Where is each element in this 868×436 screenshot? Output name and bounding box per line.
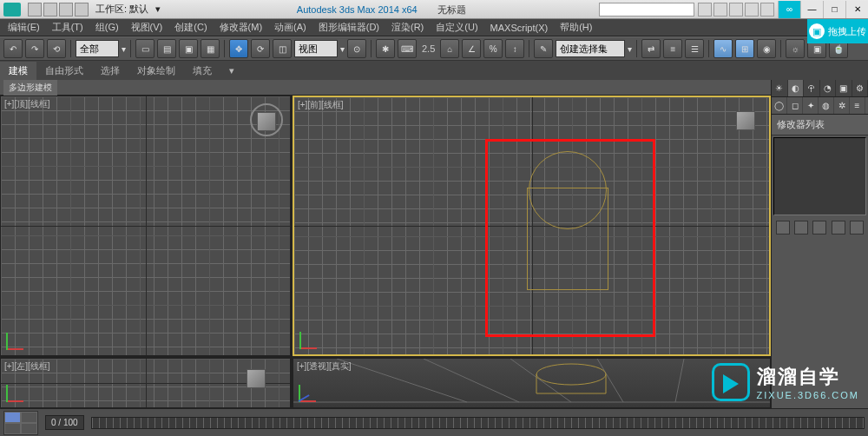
select-region-button[interactable]: ▣	[179, 39, 198, 58]
viewport-front-label[interactable]: [+][前][线框]	[298, 99, 344, 111]
qat-save-icon[interactable]	[28, 3, 42, 17]
subcat-6-icon[interactable]: ≡	[850, 97, 865, 114]
modify-tab-icon[interactable]: ◐	[788, 80, 805, 96]
tab-modeling[interactable]: 建模	[0, 62, 36, 80]
configure-sets-button[interactable]	[850, 221, 864, 235]
extra-cyan-button[interactable]: ∞	[778, 1, 800, 18]
select-object-button[interactable]: ▭	[135, 39, 155, 58]
frame-indicator[interactable]: 0 / 100	[45, 415, 84, 430]
window-crossing-button[interactable]: ▦	[201, 39, 220, 58]
exchange-icon[interactable]	[729, 3, 743, 17]
viewport-front[interactable]: [+][前][线框]	[293, 96, 771, 356]
move-button[interactable]: ✥	[229, 39, 248, 58]
viewcube-top[interactable]	[250, 103, 283, 136]
tab-freeform[interactable]: 自由形式	[36, 62, 92, 80]
undo-button[interactable]: ↶	[3, 39, 23, 58]
show-end-result-button[interactable]	[794, 221, 808, 235]
viewport-top[interactable]: [+][顶][线框]	[0, 96, 291, 356]
qat-link-icon[interactable]	[75, 3, 89, 17]
align-button[interactable]: ≡	[663, 39, 682, 58]
menu-help[interactable]: 帮助(H)	[554, 21, 598, 34]
help-search-input[interactable]	[599, 3, 694, 17]
ribbon-panel-label[interactable]: 多边形建模	[3, 80, 57, 96]
upload-badge[interactable]: ▣ 拖拽上传	[807, 19, 868, 43]
create-tab-icon[interactable]: ☀	[772, 80, 788, 96]
spinner-snap-button[interactable]: ↕	[505, 39, 524, 58]
rotate-button[interactable]: ⟳	[251, 39, 270, 58]
percent-snap-button[interactable]: %	[483, 39, 503, 58]
schematic-view-button[interactable]: ⊞	[735, 39, 754, 58]
signin-icon[interactable]	[713, 3, 727, 17]
help-icon[interactable]	[760, 3, 774, 17]
infocenter-icon[interactable]	[698, 3, 712, 17]
viewport-persp-label[interactable]: [+][透视][真实]	[297, 360, 352, 373]
make-unique-button[interactable]	[812, 221, 826, 235]
render-setup-button[interactable]: ☼	[786, 39, 805, 58]
pin-stack-button[interactable]	[776, 221, 790, 235]
material-editor-button[interactable]: ◉	[757, 39, 776, 58]
viewcube-left[interactable]	[240, 362, 273, 395]
viewport-layout-button[interactable]	[3, 411, 38, 435]
use-center-button[interactable]: ⊙	[347, 39, 366, 58]
workspace-dropdown-icon[interactable]: ▾	[152, 3, 164, 15]
ref-coord-dropdown[interactable]: 视图	[294, 40, 338, 57]
menu-views[interactable]: 视图(V)	[125, 21, 169, 34]
modifier-stack[interactable]	[773, 137, 866, 215]
menu-grapheditors[interactable]: 图形编辑器(D)	[312, 21, 385, 34]
menu-group[interactable]: 组(G)	[89, 21, 125, 34]
maximize-button[interactable]: □	[823, 1, 845, 18]
menu-customize[interactable]: 自定义(U)	[430, 21, 483, 34]
menu-animation[interactable]: 动画(A)	[268, 21, 312, 34]
mirror-button[interactable]: ⇄	[641, 39, 661, 58]
manipulate-button[interactable]: ✱	[376, 39, 395, 58]
remove-modifier-button[interactable]	[832, 221, 845, 235]
tab-selection[interactable]: 选择	[92, 62, 128, 80]
select-by-name-button[interactable]: ▤	[157, 39, 176, 58]
menu-maxscript[interactable]: MAXScript(X)	[484, 23, 555, 33]
viewport-top-label[interactable]: [+][顶][线框]	[4, 98, 50, 110]
tab-objectpaint[interactable]: 对象绘制	[128, 62, 184, 80]
display-tab-icon[interactable]: ▣	[836, 80, 852, 96]
subcat-5-icon[interactable]: ✲	[834, 97, 850, 114]
scale-button[interactable]: ◫	[273, 39, 292, 58]
time-slider[interactable]	[91, 417, 865, 429]
viewport-left-label[interactable]: [+][左][线框]	[4, 360, 50, 373]
svg-line-3	[510, 359, 571, 402]
menu-tools[interactable]: 工具(T)	[46, 21, 89, 34]
tab-populate[interactable]: 填充	[184, 62, 220, 80]
hierarchy-tab-icon[interactable]: ⯣	[804, 80, 820, 96]
menu-modifiers[interactable]: 修改器(M)	[214, 21, 269, 34]
qat-undo-icon[interactable]	[43, 3, 57, 17]
close-button[interactable]: ✕	[845, 1, 868, 18]
keyboard-shortcut-button[interactable]: ⌨	[398, 39, 417, 58]
subcat-3-icon[interactable]: ✦	[803, 97, 819, 114]
main-toolbar: ↶ ↷ ⟲ 全部 ▾ ▭ ▤ ▣ ▦ ✥ ⟳ ◫ 视图 ▾ ⊙ ✱ ⌨ 2.5 …	[0, 36, 868, 61]
named-selection-dropdown[interactable]: 创建选择集	[556, 40, 625, 57]
layers-button[interactable]: ☰	[685, 39, 704, 58]
modifier-list-label[interactable]: 修改器列表	[772, 115, 868, 135]
minimize-button[interactable]: —	[800, 1, 823, 18]
menu-edit[interactable]: 编辑(E)	[2, 21, 46, 34]
redo-button[interactable]: ↷	[25, 39, 44, 58]
viewport-perspective[interactable]: [+][透视][真实]	[293, 358, 771, 408]
viewport-left[interactable]: [+][左][线框]	[0, 358, 291, 408]
utilities-tab-icon[interactable]: ⚙	[852, 80, 869, 96]
workspace-label[interactable]: 工作区: 默认	[92, 3, 152, 16]
motion-tab-icon[interactable]: ◔	[820, 80, 837, 96]
viewcube-front[interactable]	[729, 104, 762, 137]
angle-snap-button[interactable]: ∠	[462, 39, 481, 58]
edit-named-sel-button[interactable]: ✎	[534, 39, 553, 58]
snap-toggle-button[interactable]: ⌂	[440, 39, 459, 58]
link-button[interactable]: ⟲	[47, 39, 66, 58]
subcat-2-icon[interactable]: ◻	[787, 97, 803, 114]
ribbon-extra-icon[interactable]: ▾	[220, 63, 243, 79]
menu-rendering[interactable]: 渲染(R)	[385, 21, 430, 34]
favorite-icon[interactable]	[745, 3, 759, 17]
subcat-4-icon[interactable]: ◍	[819, 97, 834, 114]
qat-redo-icon[interactable]	[59, 3, 73, 17]
subcat-1-icon[interactable]: ◯	[772, 97, 787, 114]
curve-editor-button[interactable]: ∿	[713, 39, 733, 58]
selection-filter-dropdown[interactable]: 全部	[76, 40, 119, 57]
watermark-logo-icon	[712, 363, 750, 401]
menu-create[interactable]: 创建(C)	[168, 21, 213, 34]
